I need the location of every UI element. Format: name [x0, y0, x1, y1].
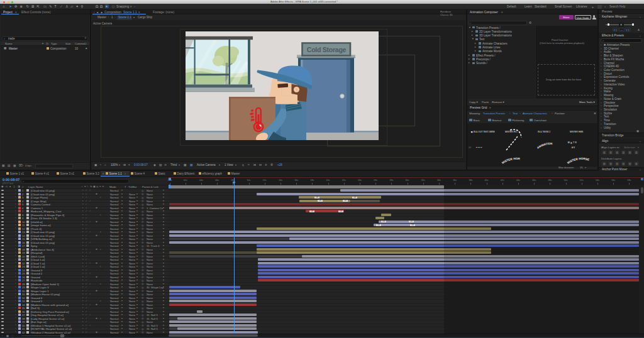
svg-text:IN & TEXW 2: IN & TEXW 2 — [538, 131, 550, 133]
svg-text:Cold Storage: Cold Storage — [307, 46, 347, 53]
svg-text:MISTER HOR: MISTER HOR — [501, 157, 521, 165]
svg-text:ᴬ ᴺ: ᴬ ᴺ — [571, 146, 575, 150]
svg-text:ᴹ ꜱ ᵀ ᴿ: ᴹ ꜱ ᵀ ᴿ — [568, 141, 577, 144]
svg-text:MISTER HORSE: MISTER HORSE — [567, 157, 590, 165]
svg-text:MISTER HMS: MISTER HMS — [570, 131, 584, 133]
svg-text:▪ ▪ ▪ ▪: ▪ ▪ ▪ ▪ — [476, 146, 482, 149]
svg-text:03: 03 — [469, 146, 471, 149]
svg-text:ANIMATION: ANIMATION — [467, 123, 469, 123]
svg-text:◼ IN & OUT TEXT-WIRE: ◼ IN & OUT TEXT-WIRE — [471, 131, 495, 133]
svg-text:MISTER HO..: MISTER HO.. — [505, 131, 518, 133]
svg-text:ANIMATION: ANIMATION — [536, 142, 552, 150]
